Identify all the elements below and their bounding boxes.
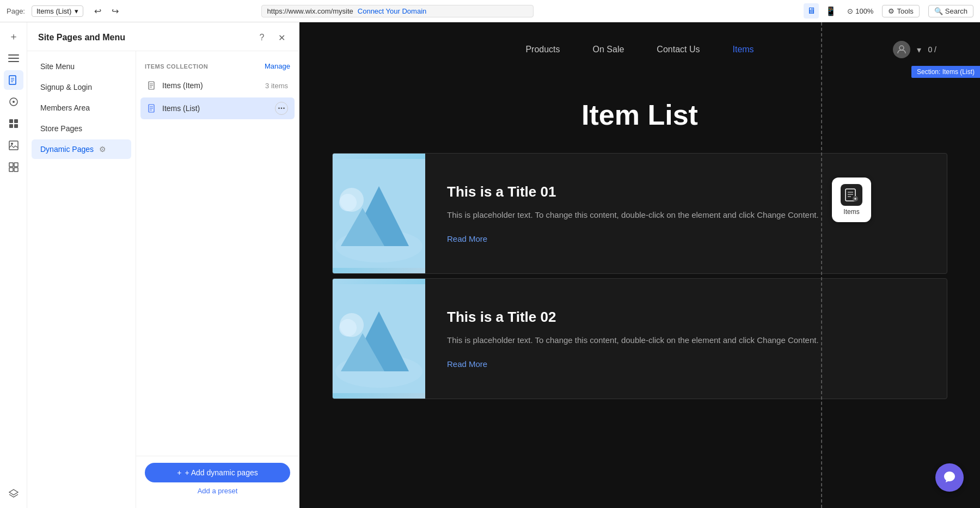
item-card-1-image xyxy=(333,154,425,273)
svg-rect-1 xyxy=(8,58,19,59)
svg-rect-8 xyxy=(9,124,13,128)
nav-cart[interactable]: 0 / xyxy=(928,45,936,54)
page-selector-value: Items (List) xyxy=(36,7,71,15)
nav-on-sale[interactable]: On Sale xyxy=(593,45,624,54)
panel-nav-dynamic-pages[interactable]: Dynamic Pages ⚙ xyxy=(32,139,131,159)
add-dynamic-pages-button[interactable]: + + Add dynamic pages xyxy=(145,463,290,482)
panel-footer: + + Add dynamic pages Add a preset xyxy=(136,456,299,501)
add-icon: + xyxy=(177,468,181,477)
panel-nav: Site Menu Signup & Login Members Area St… xyxy=(27,51,136,508)
desktop-view-button[interactable]: 🖥 xyxy=(804,3,819,19)
panel-nav-site-menu[interactable]: Site Menu xyxy=(32,57,131,76)
section-label: ITEMS COLLECTION xyxy=(145,63,208,70)
item-card-1-read-more[interactable]: Read More xyxy=(447,234,925,243)
canvas-area: Products On Sale Contact Us Items ▾ 0 / … xyxy=(299,22,980,508)
topbar: Page: Items (List) ▾ ↩ ↪ https://www.wix… xyxy=(0,0,980,22)
page-item-name: Items (Item) xyxy=(162,81,261,90)
section-label-badge: Section: Items (List) xyxy=(911,66,980,78)
svg-point-5 xyxy=(13,101,15,103)
redo-button[interactable]: ↪ xyxy=(107,3,122,19)
panel-nav-store-pages[interactable]: Store Pages xyxy=(32,119,131,138)
panel-title: Site Pages and Menu xyxy=(38,33,125,42)
zoom-value: 100% xyxy=(855,7,873,15)
panel-close-button[interactable]: ✕ xyxy=(275,31,288,44)
page-item-list-icon xyxy=(147,103,158,114)
sidebar-add-button[interactable]: ＋ xyxy=(4,27,23,46)
sidebar-apps-button[interactable] xyxy=(4,114,23,133)
connect-domain-link[interactable]: Connect Your Domain xyxy=(358,7,426,15)
panel-help-button[interactable]: ? xyxy=(255,31,268,44)
svg-rect-10 xyxy=(9,141,18,150)
sidebar-layers-button[interactable] xyxy=(4,484,23,504)
page-item-more-button[interactable]: ··· xyxy=(275,102,288,115)
left-sidebar: ＋ xyxy=(0,22,27,508)
nav-contact-us[interactable]: Contact Us xyxy=(657,45,700,54)
url-bar: https://www.wix.com/mysite Connect Your … xyxy=(261,5,534,17)
item-card-2: This is a Title 02 This is placeholder t… xyxy=(332,278,947,399)
svg-point-18 xyxy=(899,46,904,50)
site-pages-panel: Site Pages and Menu ? ✕ Site Menu Signup… xyxy=(27,22,299,508)
panel-section-header: ITEMS COLLECTION Manage xyxy=(136,58,299,75)
panel-header-actions: ? ✕ xyxy=(255,31,288,44)
site-nav: Products On Sale Contact Us Items ▾ 0 / … xyxy=(299,22,980,77)
item-card-2-image xyxy=(333,279,425,399)
mobile-view-button[interactable]: 📱 xyxy=(823,3,838,19)
chevron-down-icon: ▾ xyxy=(75,7,78,15)
nav-chevron-icon: ▾ xyxy=(917,45,921,55)
svg-rect-2 xyxy=(8,61,19,62)
tools-button[interactable]: ⚙ Tools xyxy=(882,5,919,17)
search-button[interactable]: 🔍 Search xyxy=(928,5,973,17)
item-card-2-title: This is a Title 02 xyxy=(447,309,925,326)
page-item-icon xyxy=(147,80,158,91)
sidebar-blocks-button[interactable] xyxy=(4,157,23,177)
sidebar-media-button[interactable] xyxy=(4,136,23,155)
page-item-items-item[interactable]: Items (Item) 3 items xyxy=(140,76,295,95)
svg-rect-15 xyxy=(14,168,18,172)
svg-point-11 xyxy=(11,143,13,145)
page-item-list-name: Items (List) xyxy=(162,104,271,113)
svg-rect-9 xyxy=(14,124,18,128)
svg-rect-13 xyxy=(14,163,18,167)
dashed-vertical-line xyxy=(821,22,822,508)
page-selector[interactable]: Items (List) ▾ xyxy=(32,5,83,17)
item-card-2-read-more[interactable]: Read More xyxy=(447,359,925,369)
zoom-icon: ⊙ xyxy=(847,7,853,15)
chat-button[interactable] xyxy=(935,463,964,492)
item-card-2-body: This is a Title 02 This is placeholder t… xyxy=(425,279,947,399)
items-widget-label: Items xyxy=(843,208,859,216)
page-item-count: 3 items xyxy=(265,82,288,90)
device-switcher: 🖥 📱 xyxy=(804,3,838,19)
nav-items[interactable]: Items xyxy=(732,45,754,54)
item-list-section: Item List This is a xyxy=(299,77,980,425)
undo-redo-group: ↩ ↪ xyxy=(90,3,122,19)
add-preset-link[interactable]: Add a preset xyxy=(198,487,238,495)
page-label: Page: xyxy=(7,7,25,15)
svg-point-30 xyxy=(339,319,357,336)
panel-nav-members-area[interactable]: Members Area xyxy=(32,98,131,118)
sidebar-menus-button[interactable] xyxy=(4,48,23,68)
search-icon: 🔍 xyxy=(934,7,943,15)
topbar-right: 🖥 📱 ⊙ 100% ⚙ Tools 🔍 Search xyxy=(804,3,973,19)
page-item-items-list[interactable]: Items (List) ··· xyxy=(140,97,295,119)
sidebar-pages-button[interactable] xyxy=(4,70,23,90)
items-widget[interactable]: Items xyxy=(832,178,871,222)
panel-nav-signup-login[interactable]: Signup & Login xyxy=(32,77,131,97)
main-layout: ＋ Site Pages and Menu ? ✕ xyxy=(0,22,980,508)
svg-point-24 xyxy=(339,194,357,211)
item-card-2-text: This is placeholder text. To change this… xyxy=(447,334,925,347)
search-label: Search xyxy=(945,7,967,15)
items-widget-icon xyxy=(841,184,862,206)
zoom-control[interactable]: ⊙ 100% xyxy=(847,7,873,15)
undo-button[interactable]: ↩ xyxy=(90,3,105,19)
item-list-title: Item List xyxy=(332,99,947,131)
manage-button[interactable]: Manage xyxy=(265,62,290,70)
tools-icon: ⚙ xyxy=(888,7,895,15)
panel-content: ITEMS COLLECTION Manage Items (Item) 3 i… xyxy=(136,51,299,508)
sidebar-design-button[interactable] xyxy=(4,92,23,112)
nav-products[interactable]: Products xyxy=(525,45,560,54)
tools-label: Tools xyxy=(897,7,913,15)
panel-body: Site Menu Signup & Login Members Area St… xyxy=(27,51,299,508)
panel-header: Site Pages and Menu ? ✕ xyxy=(27,22,299,51)
svg-rect-14 xyxy=(9,168,13,172)
nav-avatar xyxy=(893,41,910,58)
